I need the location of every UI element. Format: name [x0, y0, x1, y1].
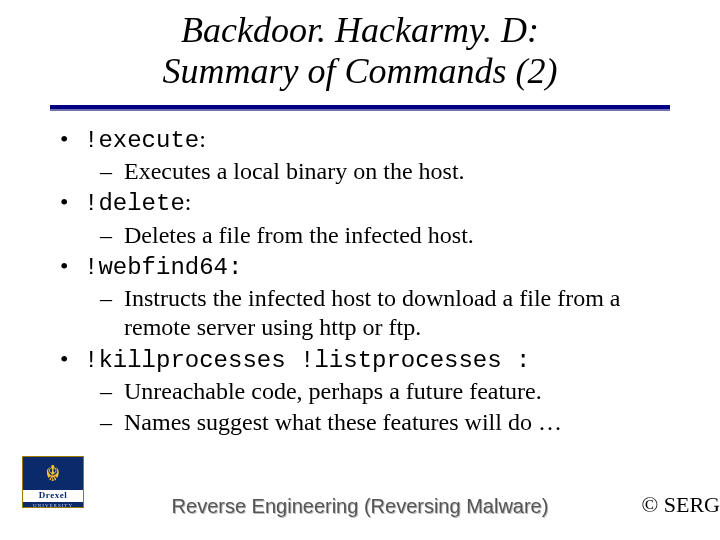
colon: :: [185, 189, 192, 215]
dash-icon: –: [100, 221, 124, 250]
command-name: !execute: [84, 127, 199, 154]
dash-icon: –: [100, 157, 124, 186]
sub-item: – Instructs the infected host to downloa…: [100, 284, 670, 343]
dash-icon: –: [100, 377, 124, 406]
command-name: !delete: [84, 190, 185, 217]
bullet-dot-icon: •: [60, 125, 84, 155]
colon: :: [199, 126, 206, 152]
sub-item: – Names suggest what these features will…: [100, 408, 670, 437]
sub-text: Unreachable code, perhaps a future featu…: [124, 377, 542, 406]
dragon-icon: ☬: [23, 457, 83, 490]
command-name: !webfind64: [84, 254, 228, 281]
sub-item: – Deletes a file from the infected host.: [100, 221, 670, 250]
bullet-text: !execute:: [84, 125, 206, 155]
bullet-item: • !killprocesses !listprocesses :: [60, 345, 670, 375]
footer-right: © SERG: [642, 492, 720, 518]
bullet-item: • !execute:: [60, 125, 670, 155]
title-rule: [50, 105, 670, 111]
bullet-text: !delete:: [84, 188, 192, 218]
colon: :: [516, 347, 530, 374]
bullet-item: • !delete:: [60, 188, 670, 218]
title-line-2: Summary of Commands (2): [163, 51, 558, 91]
slide-title: Backdoor. Hackarmy. D: Summary of Comman…: [0, 0, 720, 99]
sub-text: Executes a local binary on the host.: [124, 157, 465, 186]
sub-text: Instructs the infected host to download …: [124, 284, 670, 343]
bullet-dot-icon: •: [60, 252, 84, 282]
title-line-1: Backdoor. Hackarmy. D:: [181, 10, 539, 50]
bullet-text: !webfind64:: [84, 252, 242, 282]
footer-center: Reverse Engineering (Reversing Malware): [0, 495, 720, 518]
colon: :: [228, 254, 242, 281]
bullet-dot-icon: •: [60, 345, 84, 375]
dash-icon: –: [100, 284, 124, 343]
sub-item: – Executes a local binary on the host.: [100, 157, 670, 186]
sub-text: Deletes a file from the infected host.: [124, 221, 474, 250]
footer: ☬ Drexel UNIVERSITY Reverse Engineering …: [0, 468, 720, 528]
slide-body: • !execute: – Executes a local binary on…: [0, 125, 720, 438]
sub-item: – Unreachable code, perhaps a future fea…: [100, 377, 670, 406]
bullet-item: • !webfind64:: [60, 252, 670, 282]
bullet-dot-icon: •: [60, 188, 84, 218]
bullet-text: !killprocesses !listprocesses :: [84, 345, 530, 375]
slide: Backdoor. Hackarmy. D: Summary of Comman…: [0, 0, 720, 540]
dash-icon: –: [100, 408, 124, 437]
command-name: !killprocesses !listprocesses: [84, 347, 516, 374]
sub-text: Names suggest what these features will d…: [124, 408, 562, 437]
